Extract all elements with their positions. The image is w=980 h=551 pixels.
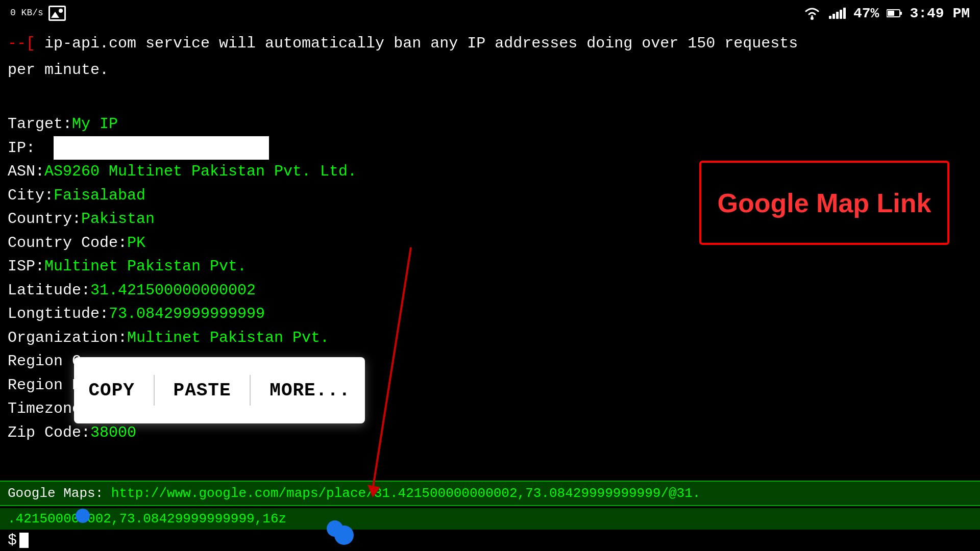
warning-line2: per minute. xyxy=(8,58,972,82)
target-row: Target: My IP xyxy=(8,112,972,136)
cursor-block xyxy=(19,533,29,548)
organization-value: Multinet Pakistan Pvt. xyxy=(127,326,329,350)
google-maps-url: http://www.google.com/maps/place/31.4215… xyxy=(111,486,701,501)
terminal: --[ ip-api.com service will automaticall… xyxy=(0,27,980,551)
target-value: My IP xyxy=(72,112,118,136)
country-code-label: Country Code: xyxy=(8,231,127,255)
time-display: 3:49 PM xyxy=(910,6,970,21)
city-label: City: xyxy=(8,184,54,208)
latitude-row: Latitude: 31.421500000000002 xyxy=(8,279,972,303)
country-code-value: PK xyxy=(127,231,145,255)
google-maps-url-line2-text: .421500000002,73.08429999999999,16z xyxy=(8,511,286,527)
google-maps-url-bar: Google Maps: http://www.google.com/maps/… xyxy=(0,481,980,506)
ip-value xyxy=(54,136,269,160)
asn-label: ASN: xyxy=(8,160,44,184)
context-menu-divider-1 xyxy=(154,375,155,406)
wifi-icon xyxy=(803,6,821,20)
country-label: Country: xyxy=(8,207,81,231)
google-maps-url-line2: .421500000002,73.08429999999999,16z xyxy=(0,508,980,530)
kb-speed: 0 KB/s xyxy=(10,8,43,18)
isp-value: Multinet Pakistan Pvt. xyxy=(44,255,247,279)
context-menu-copy[interactable]: COPY xyxy=(78,375,144,406)
selection-handle-left[interactable] xyxy=(76,509,90,523)
context-menu-divider-2 xyxy=(250,375,251,406)
selection-cursor[interactable] xyxy=(334,525,354,545)
google-map-link-box[interactable]: Google Map Link xyxy=(699,161,949,245)
city-value: Faisalabad xyxy=(54,184,145,208)
latitude-value: 31.421500000000002 xyxy=(90,279,256,303)
svg-rect-3 xyxy=(888,11,894,16)
longitude-row: Longtitude: 73.08429999999999 xyxy=(8,302,972,326)
svg-point-0 xyxy=(811,17,814,20)
longitude-label: Longtitude: xyxy=(8,302,109,326)
context-menu-paste[interactable]: PASTE xyxy=(163,375,241,406)
zip-code-row: Zip Code: 38000 xyxy=(8,421,972,445)
battery-icon xyxy=(887,9,902,18)
google-map-link-text: Google Map Link xyxy=(718,188,932,218)
battery-percentage: 47% xyxy=(853,6,879,21)
ip-label: IP: xyxy=(8,136,54,160)
isp-row: ISP: Multinet Pakistan Pvt. xyxy=(8,255,972,279)
longitude-value: 73.08429999999999 xyxy=(109,302,265,326)
status-right: 47% 3:49 PM xyxy=(803,6,970,21)
kb-speed-text: 0 KB/s xyxy=(10,8,43,18)
status-left: 0 KB/s xyxy=(10,6,66,21)
ip-row: IP: xyxy=(8,136,972,160)
prompt-symbol: $ xyxy=(8,532,17,549)
svg-rect-2 xyxy=(900,12,902,15)
zip-code-label: Zip Code: xyxy=(8,421,90,445)
context-menu: COPY PASTE MORE... xyxy=(74,357,365,423)
isp-label: ISP: xyxy=(8,255,44,279)
asn-value: AS9260 Multinet Pakistan Pvt. Ltd. xyxy=(44,160,357,184)
target-label: Target: xyxy=(8,112,72,136)
warning-prefix: --[ xyxy=(8,35,35,52)
google-maps-label: Google Maps: xyxy=(8,486,111,501)
signal-bars-icon xyxy=(829,8,846,19)
terminal-prompt: $ xyxy=(0,530,980,551)
context-menu-more[interactable]: MORE... xyxy=(259,375,360,406)
warning-line: --[ ip-api.com service will automaticall… xyxy=(8,32,972,56)
zip-code-value: 38000 xyxy=(90,421,136,445)
organization-label: Organization: xyxy=(8,326,127,350)
status-bar: 0 KB/s 47% 3:49 PM xyxy=(0,0,980,27)
country-value: Pakistan xyxy=(81,207,155,231)
latitude-label: Latitude: xyxy=(8,279,90,303)
warning-body: ip-api.com service will automatically ba… xyxy=(35,35,798,52)
organization-row: Organization: Multinet Pakistan Pvt. xyxy=(8,326,972,350)
gallery-icon xyxy=(48,6,66,21)
